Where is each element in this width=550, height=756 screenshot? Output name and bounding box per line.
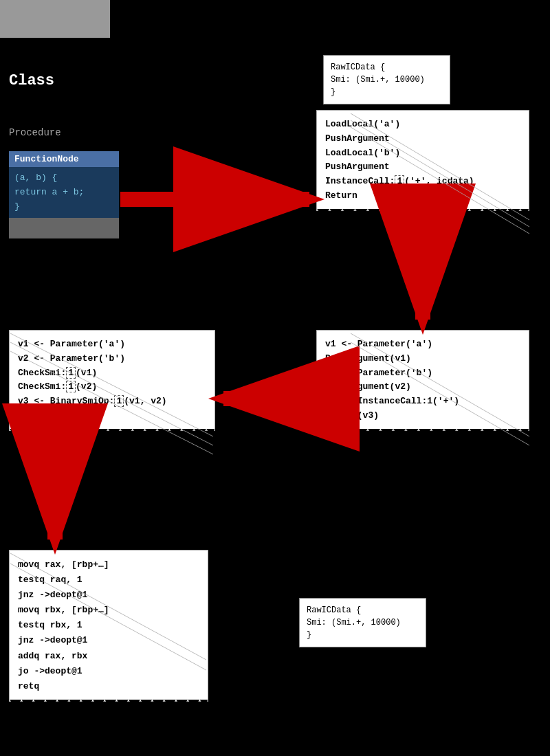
bytecode-line2: PushArgument xyxy=(325,132,520,146)
bytecode-line4: PushArgument xyxy=(325,160,520,175)
hir-right-line3: v2 <- Parameter('b') xyxy=(325,366,520,381)
class-label: Class xyxy=(9,72,54,89)
bytecode-line1: LoadLocal('a') xyxy=(325,118,520,132)
hir-left-line2: v2 <- Parameter('b') xyxy=(18,352,206,366)
class-header-box xyxy=(0,0,110,38)
raw-ic-top-line1: RawICData { xyxy=(331,61,443,74)
machine-line5: testq rbx, 1 xyxy=(18,618,199,633)
raw-ic-bottom-line1: RawICData { xyxy=(307,604,419,616)
hir-left-binarysmi-args: (v1, v2) xyxy=(124,396,166,406)
hir-left-binarysmi-pre: v3 <- BinarySmiOp: xyxy=(18,396,114,406)
function-node-body: (a, b) { return a + b; } xyxy=(9,167,119,218)
bytecode-line3: LoadLocal('b') xyxy=(325,146,520,161)
machine-line7: addq rax, rbx xyxy=(18,649,199,664)
hir-right-line5: v3 <- InstanceCall:1('+') xyxy=(325,394,520,409)
machine-line3: jnz ->deopt@1 xyxy=(18,588,199,603)
hir-left-line5: v3 <- BinarySmiOp:1(v1, v2) xyxy=(18,394,206,409)
machine-line4: movq rbx, [rbp+…] xyxy=(18,603,199,618)
raw-ic-top-line2: Smi: (Smi.+, 10000) xyxy=(331,74,443,86)
hir-left-checksmi2-pre: CheckSmi: xyxy=(18,381,66,392)
hir-left-card: v1 <- Parameter('a') v2 <- Parameter('b'… xyxy=(9,330,215,431)
bytecode-ic-args: ('+', icdata) xyxy=(404,176,474,186)
machine-line1: movq rax, [rbp+…] xyxy=(18,557,199,572)
hir-right-card: v1 <- Parameter('a') PushArgument(v1) v2… xyxy=(316,330,529,431)
raw-ic-data-top: RawICData { Smi: (Smi.+, 10000) } xyxy=(323,55,450,104)
hir-right-line6: Return(v3) xyxy=(325,409,520,423)
machine-line2: testq raq, 1 xyxy=(18,572,199,588)
fn-body-line2: return a + b; xyxy=(14,186,113,200)
hir-left-line3: CheckSmi:1(v1) xyxy=(18,366,206,381)
bytecode-line6: Return xyxy=(325,189,520,203)
bytecode-card: LoadLocal('a') PushArgument LoadLocal('b… xyxy=(316,110,529,211)
hir-left-line1: v1 <- Parameter('a') xyxy=(18,337,206,352)
machine-line8: jo ->deopt@1 xyxy=(18,664,199,679)
machine-code-card: movq rax, [rbp+…] testq raq, 1 jnz ->deo… xyxy=(9,550,208,702)
raw-ic-bottom-line3: } xyxy=(307,629,419,641)
hir-left-checksmi1-pre: CheckSmi: xyxy=(18,368,66,378)
raw-ic-data-bottom: RawICData { Smi: (Smi.+, 10000) } xyxy=(299,598,426,647)
hir-left-line6: Return(v3) xyxy=(18,409,206,423)
procedure-label: Procedure xyxy=(9,127,61,138)
bytecode-instance-call: InstanceCall: xyxy=(325,176,395,186)
function-node-footer xyxy=(9,218,119,238)
fn-body-line1: (a, b) { xyxy=(14,171,113,186)
hir-left-checksmi2-ic: 1 xyxy=(66,381,76,392)
machine-line6: jnz ->deopt@1 xyxy=(18,633,199,648)
machine-line9: retq xyxy=(18,679,199,694)
function-node-box: FunctionNode (a, b) { return a + b; } xyxy=(9,151,119,238)
hir-right-line4: PushArgument(v2) xyxy=(325,380,520,394)
bytecode-line5: InstanceCall:1('+', icdata) xyxy=(325,175,520,189)
hir-left-checksmi1-arg: (v1) xyxy=(76,368,97,378)
hir-left-line4: CheckSmi:1(v2) xyxy=(18,380,206,394)
hir-right-line1: v1 <- Parameter('a') xyxy=(325,337,520,352)
hir-left-checksmi1-ic: 1 xyxy=(66,367,76,379)
bytecode-ic-number: 1 xyxy=(395,175,404,187)
hir-right-line2: PushArgument(v1) xyxy=(325,352,520,366)
hir-left-checksmi2-arg: (v2) xyxy=(76,381,97,392)
raw-ic-bottom-line2: Smi: (Smi.+, 10000) xyxy=(307,616,419,629)
fn-body-line3: } xyxy=(14,200,113,214)
raw-ic-top-line3: } xyxy=(331,86,443,98)
hir-left-binarysmi-ic: 1 xyxy=(114,395,124,407)
function-node-header: FunctionNode xyxy=(9,151,119,167)
